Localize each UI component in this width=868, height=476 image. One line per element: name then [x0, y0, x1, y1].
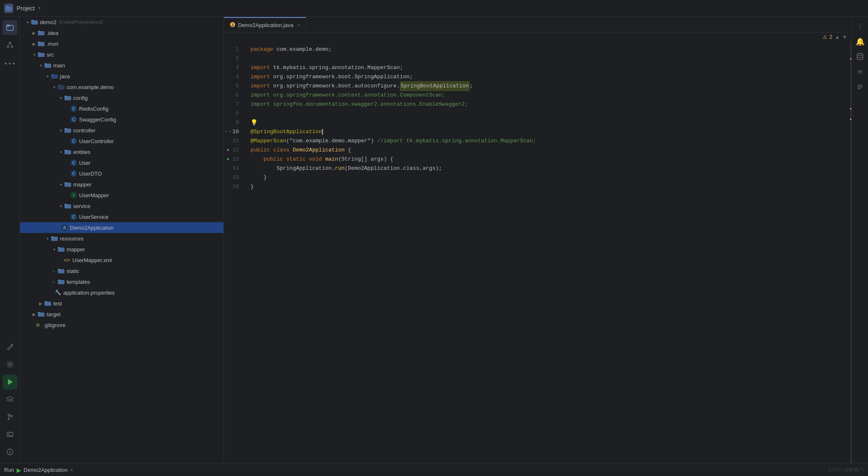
line-numbers: 1 2 3 4 5 6 7 8 9 ✓ ✓ 10 11 ▶ 12 — [224, 42, 245, 464]
editor-tab-bar: J Demo2Application.java × — [224, 17, 851, 32]
svg-rect-44 — [51, 236, 54, 238]
folder-icon-java — [51, 72, 58, 80]
project-title[interactable]: Project — [17, 5, 35, 12]
code-line-3: import tk.mybatis.spring.annotation.Mapp… — [249, 63, 846, 72]
tree-service[interactable]: ▾ service — [20, 201, 223, 211]
tab-close-button[interactable]: × — [298, 22, 300, 27]
tree-userdto-label: UserDTO — [79, 171, 102, 177]
warning-chevron-down[interactable]: ▼ — [842, 34, 847, 40]
right-sidebar: ⋮ 🔔 m — [851, 17, 868, 464]
class-icon: C — [70, 137, 77, 145]
line-num-16: 16 — [224, 182, 245, 191]
editor-tab-demo2app[interactable]: J Demo2Application.java × — [224, 17, 306, 32]
run-close-icon[interactable]: × — [70, 467, 73, 473]
tree-mapper-pkg-label: mapper — [73, 181, 92, 188]
svg-rect-22 — [38, 31, 40, 32]
class-icon: C — [70, 170, 77, 177]
line-num-8: 8 — [224, 109, 245, 118]
tree-swaggerconfig[interactable]: C SwaggerConfig — [20, 114, 223, 125]
line-num-1: 1 — [224, 45, 245, 54]
tree-userservice[interactable]: C UserService — [20, 211, 223, 222]
code-editor[interactable]: package com.example.demo; import tk.myba… — [245, 42, 846, 464]
svg-point-11 — [8, 414, 10, 416]
tree-redisconfig[interactable]: C RedisConfig — [20, 103, 223, 114]
svg-point-9 — [9, 363, 11, 366]
code-line-6: import org.springframework.context.annot… — [249, 91, 846, 100]
tree-usercontroller[interactable]: C UserController — [20, 136, 223, 146]
sidebar-pen-icon[interactable] — [2, 340, 17, 355]
title-bar: Project ▾ — [0, 0, 868, 17]
sidebar-project-icon[interactable] — [2, 20, 17, 35]
tree-gitignore[interactable]: ⊘ .gitignore — [20, 320, 223, 330]
tree-java-label: java — [60, 73, 70, 79]
tree-root[interactable]: ▾ demo2 D:\IdeaProject\demo2 — [20, 17, 223, 27]
code-line-4: import org.springframework.boot.SpringAp… — [249, 72, 846, 82]
tree-controller[interactable]: ▾ controller — [20, 125, 223, 136]
tree-config[interactable]: ▾ config — [20, 92, 223, 103]
svg-rect-52 — [45, 301, 47, 302]
folder-icon — [57, 267, 65, 275]
tree-mapper-pkg[interactable]: ▾ mapper — [20, 179, 223, 190]
tree-entities[interactable]: ▾ entities — [20, 146, 223, 157]
tree-main[interactable]: ▾ main — [20, 60, 223, 71]
tree-java[interactable]: ▾ java — [20, 71, 223, 82]
tree-mapper-res-label: mapper — [67, 246, 85, 253]
tree-appprops[interactable]: 🔧 application.properties — [20, 287, 223, 298]
right-maven-label[interactable]: m — [853, 65, 867, 78]
project-folder-icon — [4, 4, 13, 13]
tree-usermapper-xml[interactable]: </> UserMapper.xml — [20, 255, 223, 265]
right-bell-icon[interactable]: 🔔 — [853, 35, 867, 48]
tree-resources[interactable]: ▾ resources — [20, 233, 223, 244]
code-line-5: import org.springframework.boot.autoconf… — [249, 82, 846, 91]
right-menu-icon[interactable]: ⋮ — [853, 20, 867, 33]
sidebar-terminal-icon[interactable] — [2, 427, 17, 442]
svg-text:J: J — [231, 23, 233, 27]
tree-templates[interactable]: ▶ templates — [20, 276, 223, 287]
code-line-14: SpringApplication.run(Demo2Application.c… — [249, 164, 846, 173]
tree-usermapper[interactable]: I UserMapper — [20, 190, 223, 201]
svg-rect-50 — [58, 280, 60, 281]
tree-src[interactable]: ▾ src — [20, 49, 223, 60]
right-db-icon[interactable] — [853, 50, 867, 63]
folder-icon — [64, 148, 72, 156]
tree-usermapper-xml-label: UserMapper.xml — [72, 257, 112, 263]
sidebar-info-icon[interactable] — [2, 444, 17, 459]
svg-rect-54 — [38, 312, 40, 313]
svg-point-6 — [11, 46, 13, 47]
tree-mvn[interactable]: ▶ .mvn — [20, 38, 223, 49]
line-num-15: 15 — [224, 173, 245, 182]
tree-mapper-res[interactable]: ▾ mapper — [20, 244, 223, 255]
right-structure-icon[interactable] — [853, 80, 867, 93]
bottom-bar: Run ▶ Demo2Application × CSDN @解酱汽 — [0, 464, 868, 476]
tree-demo2app-label: Demo2Application — [70, 225, 114, 231]
svg-rect-46 — [58, 247, 60, 248]
line-num-14: 14 — [224, 164, 245, 173]
line-num-7: 7 — [224, 100, 245, 109]
sidebar-structure-icon[interactable] — [2, 37, 17, 52]
svg-rect-28 — [45, 63, 47, 64]
tree-swaggerconfig-label: SwaggerConfig — [79, 117, 116, 123]
svg-point-57 — [857, 54, 863, 56]
tree-static[interactable]: ▶ static — [20, 265, 223, 276]
folder-icon — [37, 40, 45, 47]
sidebar-git-icon[interactable] — [2, 409, 17, 424]
tree-user[interactable]: C User — [20, 157, 223, 168]
package-icon — [57, 83, 65, 91]
tree-package[interactable]: ▾ com.example.demo — [20, 82, 223, 92]
run-app-icon: ▶ — [17, 467, 21, 474]
tree-package-label: com.example.demo — [67, 84, 114, 90]
svg-rect-34 — [64, 96, 67, 97]
tree-test[interactable]: ▶ test — [20, 298, 223, 309]
tree-appprops-label: application.properties — [63, 290, 115, 296]
warning-icon: ⚠ — [823, 34, 827, 40]
sidebar-settings-icon[interactable] — [2, 357, 17, 372]
sidebar-more-icon[interactable]: ••• — [2, 57, 17, 72]
warning-chevron-up[interactable]: ▲ — [835, 34, 840, 40]
line-num-12: ▶ 12 — [224, 146, 245, 155]
sidebar-layers-icon[interactable] — [2, 392, 17, 407]
tree-demo2app[interactable]: A Demo2Application — [20, 222, 223, 233]
sidebar-run-icon[interactable] — [2, 374, 17, 389]
tree-userdto[interactable]: C UserDTO — [20, 168, 223, 179]
tree-target[interactable]: ▶ target — [20, 309, 223, 320]
tree-idea[interactable]: ▶ .idea — [20, 27, 223, 38]
